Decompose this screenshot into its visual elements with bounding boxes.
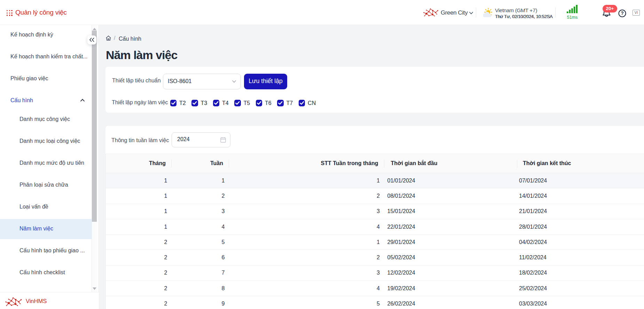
svg-text:?: ?	[621, 10, 624, 16]
